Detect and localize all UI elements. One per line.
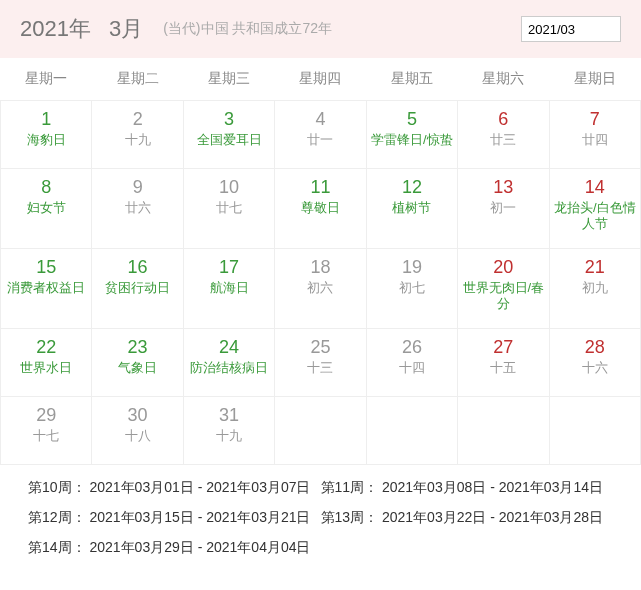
- day-number: 25: [277, 337, 363, 358]
- weekday-header: 星期四: [275, 58, 366, 100]
- date-input[interactable]: [521, 16, 621, 42]
- day-cell[interactable]: 25十三: [275, 328, 366, 396]
- day-subtitle: 初六: [277, 280, 363, 297]
- day-cell[interactable]: [549, 396, 640, 464]
- day-number: 11: [277, 177, 363, 198]
- day-cell[interactable]: 1海豹日: [1, 100, 92, 168]
- weekday-header: 星期六: [458, 58, 549, 100]
- day-number: 9: [94, 177, 180, 198]
- day-subtitle: 初一: [460, 200, 546, 217]
- day-cell[interactable]: 13初一: [458, 168, 549, 248]
- day-subtitle: 十九: [94, 132, 180, 149]
- day-cell[interactable]: 12植树节: [366, 168, 457, 248]
- weekday-header: 星期一: [1, 58, 92, 100]
- day-cell[interactable]: 6廿三: [458, 100, 549, 168]
- day-number: 28: [552, 337, 638, 358]
- calendar: 2021年 3月 (当代)中国 共和国成立72年 星期一星期二星期三星期四星期五…: [0, 0, 641, 581]
- day-cell[interactable]: 22世界水日: [1, 328, 92, 396]
- week-item: 第12周： 2021年03月15日 - 2021年03月21日: [28, 509, 321, 527]
- day-number: 26: [369, 337, 455, 358]
- day-cell[interactable]: 24防治结核病日: [183, 328, 274, 396]
- day-subtitle: 消费者权益日: [3, 280, 89, 297]
- day-cell[interactable]: 9廿六: [92, 168, 183, 248]
- day-subtitle: 十六: [552, 360, 638, 377]
- day-number: 8: [3, 177, 89, 198]
- day-cell[interactable]: 29十七: [1, 396, 92, 464]
- week-item: 第10周： 2021年03月01日 - 2021年03月07日: [28, 479, 321, 497]
- week-range: 2021年03月22日 - 2021年03月28日: [378, 509, 603, 525]
- day-cell[interactable]: 28十六: [549, 328, 640, 396]
- weekday-header: 星期五: [366, 58, 457, 100]
- day-cell[interactable]: 3全国爱耳日: [183, 100, 274, 168]
- day-subtitle: 妇女节: [3, 200, 89, 217]
- day-number: 2: [94, 109, 180, 130]
- day-number: 1: [3, 109, 89, 130]
- day-cell[interactable]: 7廿四: [549, 100, 640, 168]
- week-label: 第14周：: [28, 539, 86, 555]
- day-number: 29: [3, 405, 89, 426]
- day-number: 13: [460, 177, 546, 198]
- day-subtitle: 初九: [552, 280, 638, 297]
- day-number: 18: [277, 257, 363, 278]
- week-range: 2021年03月29日 - 2021年04月04日: [86, 539, 311, 555]
- day-cell[interactable]: 30十八: [92, 396, 183, 464]
- day-cell[interactable]: 26十四: [366, 328, 457, 396]
- day-cell[interactable]: 31十九: [183, 396, 274, 464]
- day-cell[interactable]: [366, 396, 457, 464]
- week-item: 第11周： 2021年03月08日 - 2021年03月14日: [321, 479, 614, 497]
- day-cell[interactable]: 18初六: [275, 248, 366, 328]
- day-cell[interactable]: 21初九: [549, 248, 640, 328]
- day-cell[interactable]: 11尊敬日: [275, 168, 366, 248]
- day-subtitle: 廿一: [277, 132, 363, 149]
- weekday-row: 星期一星期二星期三星期四星期五星期六星期日: [1, 58, 641, 100]
- day-subtitle: 初七: [369, 280, 455, 297]
- day-subtitle: 植树节: [369, 200, 455, 217]
- week-label: 第11周：: [321, 479, 379, 495]
- day-number: 16: [94, 257, 180, 278]
- day-cell[interactable]: 5学雷锋日/惊蛰: [366, 100, 457, 168]
- day-subtitle: 十七: [3, 428, 89, 445]
- week-label: 第13周：: [321, 509, 379, 525]
- day-cell[interactable]: 27十五: [458, 328, 549, 396]
- day-number: 27: [460, 337, 546, 358]
- week-label: 第10周：: [28, 479, 86, 495]
- day-subtitle: 廿四: [552, 132, 638, 149]
- day-cell[interactable]: [275, 396, 366, 464]
- day-cell[interactable]: 8妇女节: [1, 168, 92, 248]
- month-label: 3月: [109, 14, 143, 44]
- day-subtitle: 世界无肉日/春分: [460, 280, 546, 314]
- day-subtitle: 十五: [460, 360, 546, 377]
- day-cell[interactable]: 14龙抬头/白色情人节: [549, 168, 640, 248]
- day-number: 17: [186, 257, 272, 278]
- day-subtitle: 贫困行动日: [94, 280, 180, 297]
- day-cell[interactable]: 20世界无肉日/春分: [458, 248, 549, 328]
- day-number: 4: [277, 109, 363, 130]
- day-cell[interactable]: 19初七: [366, 248, 457, 328]
- day-cell[interactable]: 17航海日: [183, 248, 274, 328]
- day-number: 24: [186, 337, 272, 358]
- calendar-header: 2021年 3月 (当代)中国 共和国成立72年: [0, 0, 641, 58]
- week-item: 第13周： 2021年03月22日 - 2021年03月28日: [321, 509, 614, 527]
- day-cell[interactable]: 4廿一: [275, 100, 366, 168]
- week-label: 第12周：: [28, 509, 86, 525]
- day-cell[interactable]: 15消费者权益日: [1, 248, 92, 328]
- weekday-header: 星期三: [183, 58, 274, 100]
- day-subtitle: 十八: [94, 428, 180, 445]
- calendar-grid: 星期一星期二星期三星期四星期五星期六星期日 1海豹日2十九3全国爱耳日4廿一5学…: [0, 58, 641, 465]
- day-subtitle: 廿三: [460, 132, 546, 149]
- day-cell[interactable]: 10廿七: [183, 168, 274, 248]
- day-number: 20: [460, 257, 546, 278]
- weekday-header: 星期日: [549, 58, 640, 100]
- day-cell[interactable]: [458, 396, 549, 464]
- weekday-header: 星期二: [92, 58, 183, 100]
- day-cell[interactable]: 2十九: [92, 100, 183, 168]
- day-subtitle: 海豹日: [3, 132, 89, 149]
- day-number: 15: [3, 257, 89, 278]
- day-subtitle: 尊敬日: [277, 200, 363, 217]
- day-cell[interactable]: 16贫困行动日: [92, 248, 183, 328]
- day-cell[interactable]: 23气象日: [92, 328, 183, 396]
- day-number: 12: [369, 177, 455, 198]
- day-subtitle: 十九: [186, 428, 272, 445]
- day-number: 14: [552, 177, 638, 198]
- day-subtitle: 防治结核病日: [186, 360, 272, 377]
